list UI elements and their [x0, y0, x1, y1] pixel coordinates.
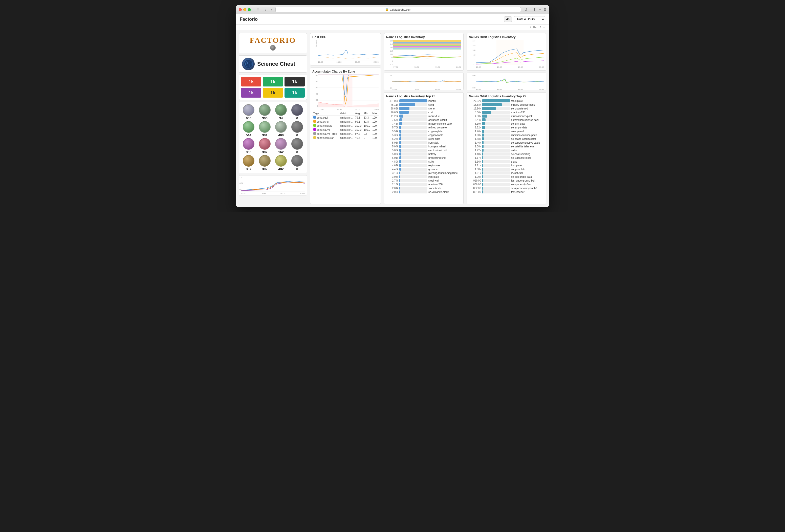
top25-bar-fill [399, 149, 401, 152]
svg-rect-18 [343, 74, 352, 107]
top25-name: se-junk-data [511, 122, 544, 125]
top25-bar-fill [399, 115, 403, 118]
top25-value: 1.18k [469, 153, 482, 155]
top25-name: stone [428, 107, 461, 110]
nl-delta-x-label: 18:00 [413, 89, 419, 90]
no-y-label: 100 [469, 49, 476, 51]
nauvis-orbit-title: Nauvis Orbit Logistics Inventory [469, 35, 544, 39]
top25-row: 1.76k solar-panel [469, 129, 544, 133]
top25-bar-fill [399, 164, 401, 167]
bottle-item: 302 [257, 138, 272, 154]
bottle-count: 302 [262, 150, 268, 154]
top25-bar-bg [482, 179, 510, 182]
top25-value: 821.00 [469, 191, 482, 194]
share-icon[interactable]: ⬆ [533, 7, 536, 12]
nl-delta-y-label: 1k [386, 75, 392, 77]
bottle-count: 302 [262, 167, 268, 171]
top25-bar-bg [399, 111, 427, 114]
top25-bar-fill [399, 145, 401, 148]
top25-name: se-empty-data [511, 126, 544, 129]
brightness-icon[interactable]: ✦ [529, 26, 531, 29]
top25-bar-bg [482, 118, 510, 121]
top25-bar-bg [399, 103, 427, 106]
top25-name: sulfur [428, 160, 461, 163]
legend-min: 100.0 [363, 124, 371, 128]
top25-value: 7.46k [386, 122, 399, 125]
top25-row: 832.00 se-space-solar-panel-2 [469, 186, 544, 190]
legend-avg: 100.0 [354, 128, 363, 132]
time-range-select[interactable]: Past 4 Hours [514, 16, 545, 22]
top25-bar-bg [482, 130, 510, 133]
maximize-button[interactable] [248, 8, 251, 11]
bottle-item: 0 [289, 138, 305, 154]
top25-bar-bg [482, 126, 510, 129]
minimize-button[interactable] [243, 8, 246, 11]
svg-rect-21 [393, 40, 461, 42]
tab-overview-icon[interactable]: ⧉ [544, 7, 546, 12]
top25-row: 4.67k explosives [386, 163, 461, 167]
top25-bar-fill [399, 172, 400, 175]
logo-box: FACTORIO [239, 33, 307, 53]
browser-window: ⊞ ‹ › 🔒 p.datadoghq.com ↺ ⬆ ＋ ⧉ Factorio… [236, 5, 549, 207]
legend-row: zone:neenuvar min:factor... 40.8 0 100 [312, 136, 379, 140]
top25-value: 1.16k [469, 160, 482, 163]
back-button[interactable]: ‹ [263, 7, 267, 12]
monitor-icon[interactable]: ▭ [543, 26, 545, 29]
refresh-button[interactable]: ↺ [523, 7, 529, 12]
time-4h-button[interactable]: 4h [504, 17, 512, 22]
top25-value: 11.22k [386, 115, 399, 118]
top25-value: 1.68k [469, 134, 482, 136]
bottle-icon [275, 155, 287, 167]
bottle-icon [259, 121, 271, 133]
top25-bar-bg [482, 115, 510, 118]
cpu-x-label: 18:00 [336, 61, 341, 63]
bottle-icon [292, 155, 303, 167]
top25-bar-bg [399, 191, 427, 194]
top25-value: 2.00k [386, 191, 399, 194]
bottle-item: 600 [241, 104, 256, 120]
bottle-icon [259, 155, 271, 167]
top25-bar-bg [482, 133, 510, 136]
legend-row: zone:nauvis_orbit min:factor... 97.2 0.5… [312, 132, 379, 136]
acc-x-label: 18:00 [337, 108, 342, 110]
top25-value: 45.11k [386, 103, 399, 106]
science-badge-yellow: 1k [263, 88, 283, 98]
top25-value: 5.03k [386, 149, 399, 152]
svg-point-3 [249, 65, 250, 66]
bottle-count: 544 [246, 133, 251, 137]
top25-value: 4.90k [469, 115, 482, 118]
top25-bar-fill [399, 107, 409, 110]
legend-avg: 99.1 [354, 120, 363, 124]
bottle-item: 162 [273, 138, 288, 154]
legend-tag: zone:nauvis [312, 128, 339, 132]
svg-rect-30 [393, 50, 461, 50]
bottle-icon [275, 104, 287, 116]
science-badge-red: 1k [241, 77, 261, 86]
lock-icon: 🔒 [385, 8, 389, 11]
top25-bar-bg [399, 122, 427, 125]
accumulator-chart-svg [319, 74, 379, 107]
top25-bar-bg [399, 168, 427, 171]
sidebar-toggle-button[interactable]: ⊞ [255, 7, 261, 12]
top25-bar-fill [399, 137, 401, 140]
top25-row: 7.46k military-science-pack [386, 122, 461, 125]
titlebar: ⊞ ‹ › 🔒 p.datadoghq.com ↺ ⬆ ＋ ⧉ [236, 5, 549, 14]
mini-x-label: 18:00 [260, 193, 265, 195]
esc-label[interactable]: Esc [533, 26, 538, 29]
legend-avg: 97.2 [354, 132, 363, 136]
bottle-item: 357 [241, 155, 256, 171]
nl-x-label: 19:00 [435, 66, 440, 68]
top25-row: 18.58k military-science-pack [469, 103, 544, 106]
top25-bar-bg [482, 156, 510, 159]
top25-bar-fill [399, 103, 415, 106]
bottle-icon [292, 104, 303, 116]
forward-button[interactable]: › [269, 7, 274, 12]
top25-bar-fill [482, 115, 487, 118]
top25-bar-fill [482, 164, 483, 167]
top25-name: steel-plate [428, 137, 461, 140]
close-button[interactable] [239, 8, 242, 11]
top25-bar-bg [399, 152, 427, 155]
url-bar[interactable]: 🔒 p.datadoghq.com [275, 7, 521, 12]
new-tab-icon[interactable]: ＋ [538, 7, 542, 12]
top25-name: iron-stick [428, 141, 461, 144]
